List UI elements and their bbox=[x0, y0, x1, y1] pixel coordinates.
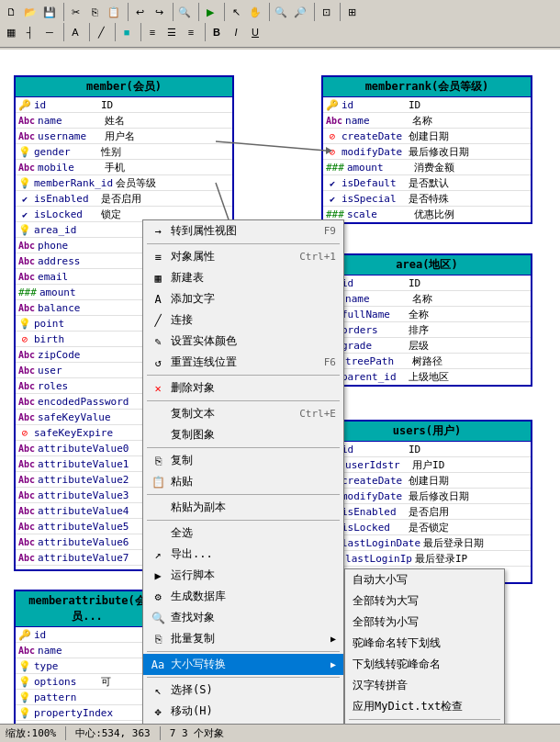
cm-move[interactable]: ✥ 移动(H) bbox=[143, 701, 343, 722]
sep2 bbox=[125, 3, 129, 21]
run-button[interactable]: ▶ bbox=[201, 3, 219, 21]
cut-button[interactable]: ✂ bbox=[66, 3, 84, 21]
cm-select-all[interactable]: 全选 bbox=[143, 523, 343, 544]
cm-run-script[interactable]: ▶ 运行脚本 bbox=[143, 565, 343, 586]
sm-chinese-pinyin[interactable]: 汉字转拼音 bbox=[345, 675, 504, 696]
align-right-button[interactable]: ≡ bbox=[182, 23, 200, 41]
zoom-in-button[interactable]: 🔍 bbox=[272, 3, 290, 21]
field-name: id bbox=[342, 99, 406, 111]
cm-case-convert[interactable]: Aa 大小写转换 ▶ bbox=[143, 654, 343, 675]
field-label: 锁定 bbox=[101, 208, 121, 221]
align-center-button[interactable]: ☰ bbox=[162, 23, 181, 41]
copy-button[interactable]: ⎘ bbox=[85, 3, 104, 21]
cm-batch-copy[interactable]: ⎘ 批量复制 ▶ bbox=[143, 628, 343, 649]
save-button[interactable]: 💾 bbox=[40, 3, 59, 21]
toolbar-row-2: ▦ ┤ ─ A ╱ ■ ≡ ☰ ≡ B I U bbox=[2, 22, 558, 42]
grid-button[interactable]: ⊞ bbox=[342, 3, 361, 21]
text-icon: Abc bbox=[18, 568, 35, 571]
check-icon: ✔ bbox=[326, 194, 339, 204]
key-icon: 🔑 bbox=[326, 99, 339, 111]
member-field-mobile: Abc mobile 手机 bbox=[16, 160, 232, 175]
users-createdate: ⊘ createDate 创建日期 bbox=[323, 473, 531, 489]
text-icon: Abc bbox=[18, 381, 35, 391]
table-button[interactable]: ▦ bbox=[2, 23, 20, 41]
circle-icon: ⊘ bbox=[18, 333, 31, 345]
center-status: 中心:534, 363 bbox=[75, 726, 161, 740]
cm-paste[interactable]: 📋 粘贴 bbox=[143, 471, 343, 492]
field-label: 最后登录IP bbox=[415, 552, 467, 566]
cm-new-table[interactable]: ▦ 新建表 bbox=[143, 267, 343, 288]
field-name: id bbox=[34, 629, 98, 641]
canvas[interactable]: member(会员) 🔑 id ID Abc name 姓名 Abc usern… bbox=[0, 50, 560, 724]
cm-find-obj[interactable]: 🔍 查找对象 bbox=[143, 607, 343, 628]
cm-export[interactable]: ↗ 导出... bbox=[143, 544, 343, 565]
sm-comment-to-logical[interactable]: 注释转为逻辑名 bbox=[345, 722, 504, 724]
area-fullname: ● fullName 全称 bbox=[323, 307, 531, 322]
row-button[interactable]: ─ bbox=[40, 23, 59, 41]
cm-copy-image[interactable]: 复制图象 bbox=[143, 424, 343, 445]
fit-button[interactable]: ⊡ bbox=[317, 3, 335, 21]
text-icon: Abc bbox=[18, 272, 35, 282]
sm-upper[interactable]: 全部转为大写 bbox=[345, 590, 504, 612]
cm-reset-conn[interactable]: ↺ 重置连线位置 F6 bbox=[143, 352, 343, 373]
sm-underscore-to-camel[interactable]: 下划线转驼峰命名 bbox=[345, 654, 504, 675]
cm-goto-prop-view[interactable]: → 转到属性视图 F9 bbox=[143, 220, 343, 242]
cm-zoom-in[interactable]: 🔍 放大(Z) bbox=[143, 722, 343, 724]
cm-add-text[interactable]: A 添加文字 bbox=[143, 288, 343, 309]
text-icon: Abc bbox=[18, 350, 35, 360]
cursor-button[interactable]: ↖ bbox=[227, 3, 245, 21]
sm-auto-case[interactable]: 自动大小写 bbox=[345, 569, 504, 590]
bold-button[interactable]: B bbox=[207, 23, 226, 41]
cm-select[interactable]: ↖ 选择(S) bbox=[143, 680, 343, 701]
cm-label: 连接 bbox=[171, 312, 336, 328]
cm-gen-db[interactable]: ⚙ 生成数据库 bbox=[143, 586, 343, 607]
context-menu: → 转到属性视图 F9 ≡ 对象属性 Ctrl+1 ▦ 新建表 A 添加文字 ╱… bbox=[142, 219, 344, 724]
new-button[interactable]: 🗋 bbox=[2, 3, 20, 21]
text-icon: Abc bbox=[18, 256, 35, 266]
paste-button[interactable]: 📋 bbox=[105, 3, 123, 21]
cm-set-color[interactable]: ✎ 设置实体颜色 bbox=[143, 331, 343, 352]
field-name: modifyDate bbox=[342, 146, 406, 158]
field-name: propertyIndex bbox=[34, 707, 113, 719]
field-name: name bbox=[38, 115, 102, 127]
text-icon: Abc bbox=[18, 397, 35, 407]
text-icon: Abc bbox=[18, 412, 35, 422]
cm-paste-copy[interactable]: 粘贴为副本 bbox=[143, 497, 343, 518]
hand-button[interactable]: ✋ bbox=[246, 3, 264, 21]
zoom-status: 缩放:100% bbox=[6, 726, 66, 740]
cm-copy-text[interactable]: 复制文本 Ctrl+E bbox=[143, 403, 343, 424]
text-icon: Abc bbox=[18, 459, 35, 469]
cm-label: 生成数据库 bbox=[171, 589, 336, 604]
sm-apply-dict[interactable]: 应用MyDict.txt检查 bbox=[345, 696, 504, 717]
zoom-out-button[interactable]: 🔎 bbox=[291, 3, 309, 21]
copy-icon: ⎘ bbox=[151, 455, 165, 467]
underline-button[interactable]: U bbox=[246, 23, 264, 41]
bulb-icon: 💡 bbox=[18, 707, 31, 719]
field-name: orders bbox=[342, 324, 406, 336]
select-icon: ↖ bbox=[151, 684, 165, 697]
conn-button[interactable]: ╱ bbox=[92, 23, 110, 41]
undo-button[interactable]: ↩ bbox=[130, 3, 149, 21]
cm-copy[interactable]: ⎘ 复制 bbox=[143, 450, 343, 471]
memberrank-scale: ### scale 优惠比例 bbox=[323, 207, 531, 222]
cm-connect[interactable]: ╱ 连接 bbox=[143, 309, 343, 331]
cm-label: 复制图象 bbox=[171, 427, 336, 443]
sm-camel-to-underscore[interactable]: 驼峰命名转下划线 bbox=[345, 633, 504, 654]
sm-lower[interactable]: 全部转为小写 bbox=[345, 612, 504, 633]
cm-obj-props[interactable]: ≡ 对象属性 Ctrl+1 bbox=[143, 246, 343, 267]
col-button[interactable]: ┤ bbox=[21, 23, 39, 41]
bulb-icon: 💡 bbox=[18, 224, 31, 236]
italic-button[interactable]: I bbox=[227, 23, 245, 41]
text-button[interactable]: A bbox=[66, 23, 84, 41]
align-left-button[interactable]: ≡ bbox=[143, 23, 162, 41]
field-name: attributeValue0 bbox=[38, 443, 129, 455]
reset-icon: ↺ bbox=[151, 356, 165, 369]
color-button[interactable]: ■ bbox=[118, 23, 136, 41]
circle-icon: ⊘ bbox=[18, 427, 31, 439]
redo-button[interactable]: ↪ bbox=[150, 3, 168, 21]
find-button[interactable]: 🔍 bbox=[175, 3, 194, 21]
cm-delete[interactable]: ✕ 删除对象 bbox=[143, 377, 343, 399]
users-islocked: ✔ isLocked 是否锁定 bbox=[323, 520, 531, 535]
sep12 bbox=[138, 23, 141, 41]
open-button[interactable]: 📂 bbox=[21, 3, 39, 21]
